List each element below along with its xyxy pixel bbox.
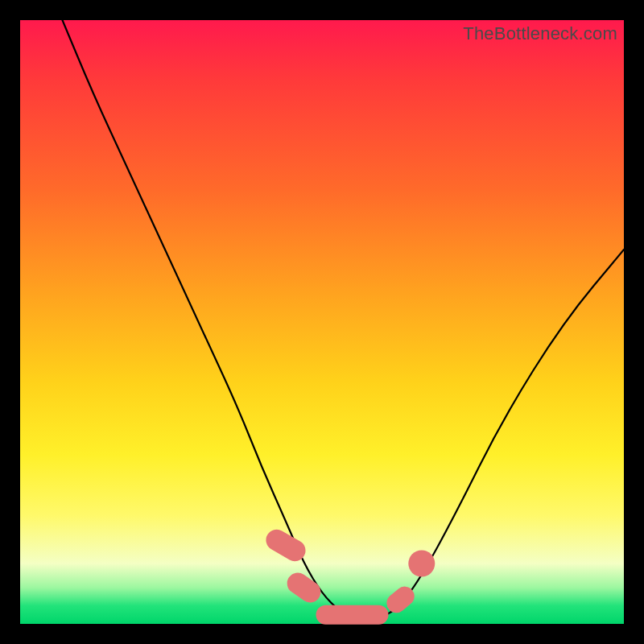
curve-marker (408, 551, 435, 577)
curve-marker (316, 605, 389, 625)
plot-area: TheBottleneck.com (20, 20, 624, 624)
curve-marker (283, 568, 325, 606)
curve-markers (262, 526, 436, 625)
curve-layer (20, 20, 624, 624)
bottleneck-curve (63, 20, 625, 618)
chart-frame: TheBottleneck.com (0, 0, 644, 644)
